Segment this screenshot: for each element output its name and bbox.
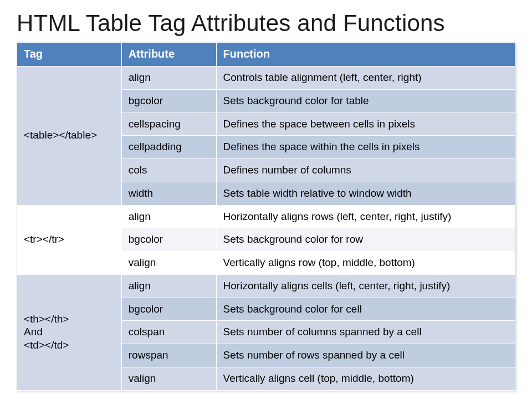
attribute-cell: cellpadding [121,136,216,159]
attribute-cell: bgcolor [121,89,216,112]
function-cell: Horizontally aligns rows (left, center, … [216,205,515,228]
tag-text: <td></td> [24,339,116,352]
col-header-function: Function [216,43,515,66]
attribute-cell: valign [121,252,216,275]
tag-cell: <table></table> [17,66,122,206]
col-header-tag: Tag [17,43,122,66]
attribute-cell: bgcolor [121,228,216,252]
function-cell: Defines the space between cells in pixel… [216,112,515,136]
function-cell: Sets background color for table [216,89,515,112]
function-cell: Defines number of columns [216,159,515,182]
table-row: <th></th>And<td></td>alignHorizontally a… [17,274,515,298]
function-cell: Sets number of rows spanned by a cell [216,344,515,367]
attribute-cell: cols [121,159,216,182]
page-title: HTML Table Tag Attributes and Functions [17,10,515,37]
function-cell: Defines the space within the cells in pi… [216,136,515,159]
attribute-cell: cellspacing [121,112,216,136]
attribute-cell: bgcolor [121,298,216,321]
function-cell: Controls table alignment (left, center, … [216,66,515,90]
function-cell: Horizontally aligns cells (left, center,… [216,274,515,298]
attribute-cell: align [121,66,216,90]
table-header-row: Tag Attribute Function [17,43,515,66]
slide: HTML Table Tag Attributes and Functions … [0,0,532,399]
table-row: <tr></tr>alignHorizontally aligns rows (… [17,205,515,228]
table-row: <table></table>alignControls table align… [17,66,515,90]
tag-text: <table></table> [24,129,116,142]
function-cell: Sets background color for row [216,228,515,252]
reference-table: Tag Attribute Function <table></table>al… [17,42,515,391]
function-cell: Vertically aligns cell (top, middle, bot… [216,367,515,390]
attribute-cell: colspan [121,321,216,344]
function-cell: Sets number of columns spanned by a cell [216,321,515,344]
function-cell: Vertically aligns row (top, middle, bott… [216,252,515,275]
attribute-cell: width [121,182,216,205]
attribute-cell: align [121,205,216,228]
attribute-cell: align [121,274,216,298]
attribute-cell: rowspan [121,344,216,367]
tag-text: <th></th> [24,313,116,326]
col-header-attribute: Attribute [121,43,216,66]
function-cell: Sets background color for cell [216,298,515,321]
tag-cell: <th></th>And<td></td> [17,274,122,390]
tag-text: <tr></tr> [24,233,116,246]
function-cell: Sets table width relative to window widt… [216,182,515,205]
tag-text: And [24,325,116,339]
attribute-cell: valign [121,367,216,390]
tag-cell: <tr></tr> [17,205,122,274]
